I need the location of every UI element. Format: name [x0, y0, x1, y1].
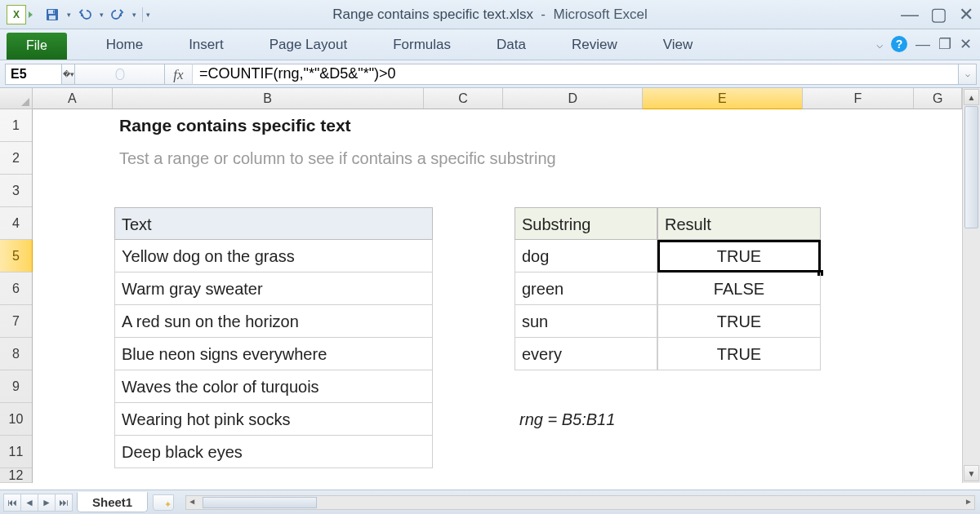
sheet-nav-last-icon[interactable]: ⏭	[55, 494, 73, 512]
quick-access-toolbar: ▾ ▾ ▾ ▾	[41, 5, 154, 24]
cell-e5-selected[interactable]: TRUE	[657, 240, 821, 273]
cell-b8[interactable]: Blue neon signs everywhere	[114, 338, 433, 370]
tab-data[interactable]: Data	[474, 29, 549, 60]
tab-insert[interactable]: Insert	[166, 29, 247, 60]
col-header-d[interactable]: D	[503, 88, 643, 109]
row-header-1[interactable]: 1	[0, 109, 32, 142]
svg-rect-2	[49, 16, 56, 20]
col-header-a[interactable]: A	[33, 88, 113, 109]
file-tab[interactable]: File	[7, 33, 67, 60]
scroll-up-icon[interactable]: ▲	[964, 89, 979, 105]
doc-minimize-button[interactable]: ―	[915, 36, 930, 53]
select-all-corner[interactable]	[0, 88, 33, 109]
doc-restore-button[interactable]: ❐	[938, 35, 951, 53]
row-header-10[interactable]: 10	[0, 403, 32, 436]
tab-view[interactable]: View	[640, 29, 716, 60]
tab-formulas[interactable]: Formulas	[370, 29, 474, 60]
tab-review[interactable]: Review	[549, 29, 640, 60]
sheet-nav-buttons: ⏮ ◄ ► ⏭	[3, 494, 72, 512]
formula-input[interactable]: =COUNTIF(rng,"*"&D5&"*")>0	[193, 64, 959, 85]
sheet-nav-prev-icon[interactable]: ◄	[20, 494, 38, 512]
cell-b5[interactable]: Yellow dog on the grass	[114, 240, 433, 273]
row-header-9[interactable]: 9	[0, 370, 32, 403]
cell-d4-header[interactable]: Substring	[514, 207, 657, 240]
name-box[interactable]: E5	[5, 64, 62, 85]
cell-e7[interactable]: TRUE	[657, 305, 821, 338]
cell-b10[interactable]: Wearing hot pink socks	[114, 403, 433, 436]
formula-bar-spacer	[75, 64, 165, 85]
formula-bar-expand-icon[interactable]: ⌵	[959, 64, 977, 85]
new-sheet-button[interactable]	[153, 494, 174, 511]
redo-dropdown-icon[interactable]: ▾	[131, 11, 137, 19]
col-header-c[interactable]: C	[424, 88, 504, 109]
svg-rect-3	[53, 10, 55, 13]
cell-e4-header[interactable]: Result	[657, 207, 821, 240]
fx-icon[interactable]: fx	[165, 64, 193, 85]
ribbon-minimize-icon[interactable]: ⌵	[876, 38, 883, 51]
row-headers: 1 2 3 4 5 6 7 8 9 10 11 12	[0, 109, 33, 483]
row-header-2[interactable]: 2	[0, 142, 32, 175]
row-header-12[interactable]: 12	[0, 468, 32, 483]
col-header-b[interactable]: B	[113, 88, 424, 109]
tab-home[interactable]: Home	[83, 29, 166, 60]
vscroll-thumb[interactable]	[964, 106, 978, 228]
save-button[interactable]	[41, 5, 64, 24]
excel-logo-icon[interactable]: X	[7, 5, 26, 24]
row-header-4[interactable]: 4	[0, 207, 32, 240]
maximize-button[interactable]: ▢	[930, 6, 947, 24]
cell-b1-title[interactable]: Range contains specific text	[114, 109, 768, 142]
cell-b2-subtitle[interactable]: Test a range or column to see if contain…	[114, 142, 768, 175]
formula-bar: E5 �▾ fx =COUNTIF(rng,"*"&D5&"*")>0 ⌵	[0, 60, 980, 88]
window-controls: ― ▢ ✕	[901, 6, 973, 24]
cell-e8[interactable]: TRUE	[657, 338, 821, 370]
cell-b11[interactable]: Deep black eyes	[114, 436, 433, 468]
vertical-scrollbar[interactable]: ▲ ▼	[962, 88, 980, 483]
row-header-6[interactable]: 6	[0, 273, 32, 305]
minimize-button[interactable]: ―	[901, 6, 919, 24]
cell-e6[interactable]: FALSE	[657, 273, 821, 305]
column-headers: A B C D E F G	[33, 88, 962, 109]
qat-customize-icon[interactable]: ▾	[142, 7, 154, 22]
row-header-3[interactable]: 3	[0, 175, 32, 207]
sheet-tab-sheet1[interactable]: Sheet1	[77, 492, 148, 512]
cell-d8[interactable]: every	[514, 338, 657, 370]
row-header-8[interactable]: 8	[0, 338, 32, 370]
undo-button[interactable]	[74, 5, 96, 24]
sheet-nav-first-icon[interactable]: ⏮	[3, 494, 21, 512]
horizontal-scrollbar[interactable]	[185, 495, 975, 510]
cell-b4-header[interactable]: Text	[114, 207, 433, 240]
col-header-e[interactable]: E	[643, 88, 802, 109]
col-header-f[interactable]: F	[803, 88, 915, 109]
scroll-down-icon[interactable]: ▼	[964, 465, 979, 481]
worksheet-grid: A B C D E F G 1 2 3 4 5 6 7 8 9 10 11 12…	[0, 88, 980, 483]
cell-d10-note[interactable]: rng = B5:B11	[514, 403, 760, 436]
cell-d6[interactable]: green	[514, 273, 657, 305]
sheet-tab-bar: ⏮ ◄ ► ⏭ Sheet1	[0, 490, 980, 514]
title-bar: X ▾ ▾ ▾ ▾ Range contains specific text.x…	[0, 0, 980, 29]
col-header-g[interactable]: G	[914, 88, 962, 109]
cells-area[interactable]: Range contains specific text Test a rang…	[33, 109, 962, 483]
row-header-5[interactable]: 5	[0, 240, 33, 273]
tab-page-layout[interactable]: Page Layout	[247, 29, 370, 60]
redo-button[interactable]	[106, 5, 129, 24]
hscroll-thumb[interactable]	[203, 497, 317, 508]
help-icon[interactable]: ?	[891, 36, 907, 52]
cell-d5[interactable]: dog	[514, 240, 657, 273]
save-dropdown-icon[interactable]: ▾	[65, 11, 72, 19]
cell-b9[interactable]: Waves the color of turquois	[114, 370, 433, 403]
undo-dropdown-icon[interactable]: ▾	[98, 11, 105, 19]
ribbon: File Home Insert Page Layout Formulas Da…	[0, 29, 980, 60]
sheet-nav-next-icon[interactable]: ►	[38, 494, 56, 512]
name-box-dropdown-icon[interactable]: �▾	[62, 64, 75, 85]
row-header-7[interactable]: 7	[0, 305, 32, 338]
row-header-11[interactable]: 11	[0, 436, 32, 468]
doc-close-button[interactable]: ✕	[960, 35, 972, 53]
close-button[interactable]: ✕	[959, 6, 973, 24]
cell-b6[interactable]: Warm gray sweater	[114, 273, 433, 305]
cell-d7[interactable]: sun	[514, 305, 657, 338]
cell-b7[interactable]: A red sun on the horizon	[114, 305, 433, 338]
